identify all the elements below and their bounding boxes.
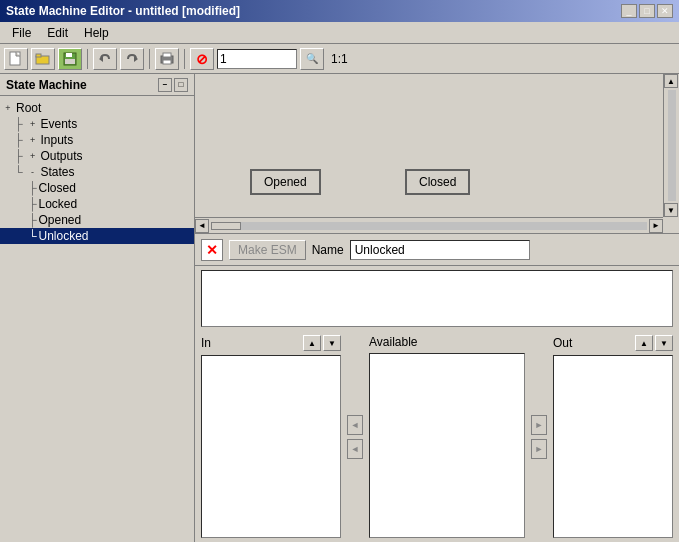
tree-dash-outputs: ├ <box>14 149 23 163</box>
transfer-left-btn[interactable]: ◄ <box>347 439 363 459</box>
tree-node-events[interactable]: ├ + Events <box>0 116 194 132</box>
scroll-down-btn[interactable]: ▼ <box>664 203 678 217</box>
state-closed[interactable]: Closed <box>405 169 470 195</box>
scroll-right-btn[interactable]: ► <box>649 219 663 233</box>
canvas-area[interactable]: Opened Closed Unlocked Locked ▲ ▼ ◄ <box>195 74 679 234</box>
save-button[interactable] <box>58 48 82 70</box>
transfer-buttons-left[interactable]: ◄ ◄ <box>345 335 365 538</box>
tree-body: + Root ├ + Events ├ + Inputs <box>0 96 194 542</box>
zoom-icon[interactable]: 🔍 <box>300 48 324 70</box>
in-listbox[interactable] <box>201 355 341 538</box>
in-down-btn[interactable]: ▼ <box>323 335 341 351</box>
tree-panel: State Machine − □ + Root ├ + Events <box>0 74 195 542</box>
scroll-left-btn[interactable]: ◄ <box>195 219 209 233</box>
svg-rect-4 <box>66 53 72 57</box>
open-button[interactable] <box>31 48 55 70</box>
main-container: State Machine − □ + Root ├ + Events <box>0 74 679 542</box>
canvas-scrollbar-right[interactable]: ▲ ▼ <box>663 74 679 217</box>
right-panel: Opened Closed Unlocked Locked ▲ ▼ ◄ <box>195 74 679 542</box>
tree-dash-closed: ├ <box>28 181 37 195</box>
close-button[interactable]: ✕ <box>657 4 673 18</box>
in-panel: In ▲ ▼ <box>201 335 341 538</box>
tree-label-closed: Closed <box>39 181 76 195</box>
scroll-thumb-h <box>211 222 241 230</box>
stop-button[interactable]: ⊘ <box>190 48 214 70</box>
menu-edit[interactable]: Edit <box>39 24 76 42</box>
in-up-btn[interactable]: ▲ <box>303 335 321 351</box>
tree-label-outputs: Outputs <box>41 149 83 163</box>
tree-label-root: Root <box>16 101 41 115</box>
state-closed-label: Closed <box>419 175 456 189</box>
tree-expand-inputs: + <box>25 135 41 145</box>
tree-header: State Machine − □ <box>0 74 194 96</box>
window-title: State Machine Editor - untitled [modifie… <box>6 4 240 18</box>
tree-label-states: States <box>41 165 75 179</box>
tree-dash-states: └ <box>14 165 23 179</box>
transfer-to-out-btn[interactable]: ► <box>531 415 547 435</box>
tree-header-buttons[interactable]: − □ <box>158 78 188 92</box>
svg-rect-10 <box>163 60 171 64</box>
in-header-buttons[interactable]: ▲ ▼ <box>303 335 341 351</box>
tree-node-closed[interactable]: ├ Closed <box>0 180 194 196</box>
redo-button[interactable] <box>120 48 144 70</box>
tree-node-opened[interactable]: ├ Opened <box>0 212 194 228</box>
state-opened[interactable]: Opened <box>250 169 321 195</box>
canvas-scrollbar-bottom[interactable]: ◄ ► <box>195 217 663 233</box>
tree-expand-events: + <box>25 119 41 129</box>
scroll-up-btn[interactable]: ▲ <box>664 74 678 88</box>
out-up-btn[interactable]: ▲ <box>635 335 653 351</box>
transfer-buttons-right[interactable]: ► ► <box>529 335 549 538</box>
minimize-button[interactable]: _ <box>621 4 637 18</box>
tree-dash-unlocked: └ <box>28 229 37 243</box>
svg-rect-0 <box>10 52 20 65</box>
tree-node-unlocked[interactable]: └ Unlocked <box>0 228 194 244</box>
title-bar: State Machine Editor - untitled [modifie… <box>0 0 679 22</box>
state-opened-label: Opened <box>264 175 307 189</box>
tree-node-root[interactable]: + Root <box>0 100 194 116</box>
available-listbox[interactable] <box>369 353 525 538</box>
out-header-buttons[interactable]: ▲ ▼ <box>635 335 673 351</box>
tree-label-inputs: Inputs <box>41 133 74 147</box>
separator-3 <box>184 49 185 69</box>
scroll-track-v <box>668 90 676 201</box>
tree-dash-inputs: ├ <box>14 133 23 147</box>
name-label: Name <box>312 243 344 257</box>
io-section: In ▲ ▼ ◄ ◄ Available <box>195 331 679 542</box>
out-down-btn[interactable]: ▼ <box>655 335 673 351</box>
available-header: Available <box>369 335 525 349</box>
make-esm-button[interactable]: Make ESM <box>229 240 306 260</box>
in-label: In <box>201 336 211 350</box>
name-input[interactable] <box>350 240 530 260</box>
tree-node-outputs[interactable]: ├ + Outputs <box>0 148 194 164</box>
tree-node-locked[interactable]: ├ Locked <box>0 196 194 212</box>
tree-expand-btn[interactable]: □ <box>174 78 188 92</box>
description-textarea[interactable] <box>201 270 673 327</box>
menu-help[interactable]: Help <box>76 24 117 42</box>
delete-button[interactable]: ✕ <box>201 239 223 261</box>
transfer-right-btn[interactable]: ◄ <box>347 415 363 435</box>
available-label: Available <box>369 335 417 349</box>
maximize-button[interactable]: □ <box>639 4 655 18</box>
print-button[interactable] <box>155 48 179 70</box>
zoom-input[interactable]: 1 <box>217 49 297 69</box>
out-label: Out <box>553 336 572 350</box>
out-listbox[interactable] <box>553 355 673 538</box>
bottom-panel: ✕ Make ESM Name In ▲ ▼ <box>195 234 679 542</box>
delete-icon: ✕ <box>206 242 218 258</box>
transfer-from-out-btn[interactable]: ► <box>531 439 547 459</box>
tree-expand-states: - <box>25 167 41 177</box>
new-button[interactable] <box>4 48 28 70</box>
tree-title: State Machine <box>6 78 87 92</box>
svg-rect-5 <box>65 59 75 64</box>
tree-node-states[interactable]: └ - States <box>0 164 194 180</box>
title-bar-buttons[interactable]: _ □ ✕ <box>621 4 673 18</box>
menu-file[interactable]: File <box>4 24 39 42</box>
tree-node-inputs[interactable]: ├ + Inputs <box>0 132 194 148</box>
tree-label-locked: Locked <box>39 197 78 211</box>
in-header: In ▲ ▼ <box>201 335 341 351</box>
svg-rect-2 <box>36 54 41 57</box>
undo-button[interactable] <box>93 48 117 70</box>
out-panel: Out ▲ ▼ <box>553 335 673 538</box>
tree-collapse-btn[interactable]: − <box>158 78 172 92</box>
tree-dash-locked: ├ <box>28 197 37 211</box>
